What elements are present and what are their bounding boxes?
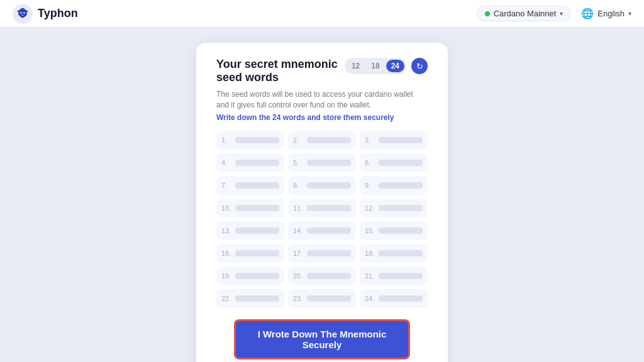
seed-word-placeholder (307, 160, 351, 166)
seed-word-placeholder (235, 182, 279, 189)
seed-word-placeholder (379, 160, 423, 166)
seed-word-item: 10. (216, 199, 284, 217)
seed-word-placeholder (235, 228, 279, 234)
seed-word-placeholder (379, 182, 423, 189)
seed-word-item: 24. (360, 289, 428, 308)
card-header: Your secret mnemonic seed words 12 18 24… (216, 58, 428, 84)
seed-word-item: 5. (288, 153, 356, 172)
seed-word-number: 12. (365, 204, 376, 212)
seed-word-placeholder (307, 228, 351, 234)
seed-word-number: 7. (221, 182, 233, 189)
seed-word-item: 20. (288, 266, 356, 285)
seed-word-placeholder (307, 137, 351, 143)
globe-icon: 🌐 (581, 8, 594, 19)
network-label: Cardano Mainnet (494, 9, 557, 18)
seed-word-item: 2. (288, 131, 356, 150)
seed-word-item: 11. (288, 199, 356, 217)
network-status-dot (485, 11, 490, 16)
card-subtitle: The seed words will be used to access yo… (216, 89, 428, 111)
word-count-24-button[interactable]: 24 (386, 60, 404, 72)
seed-word-number: 4. (221, 159, 233, 167)
seed-word-item: 17. (288, 244, 356, 263)
seed-word-number: 2. (293, 136, 304, 144)
seed-word-item: 4. (216, 153, 284, 172)
seed-word-placeholder (307, 273, 351, 279)
seed-word-number: 8. (293, 182, 304, 189)
app-name: Typhon (38, 7, 78, 20)
seed-word-item: 9. (360, 176, 428, 195)
seed-word-placeholder (307, 250, 351, 256)
seed-word-placeholder (307, 295, 351, 302)
seed-word-placeholder (235, 205, 279, 211)
network-selector[interactable]: Cardano Mainnet ▾ (477, 6, 572, 21)
seed-word-placeholder (379, 137, 423, 143)
seed-word-placeholder (307, 182, 351, 189)
seed-word-placeholder (379, 205, 423, 211)
seed-word-number: 16. (221, 250, 233, 257)
language-label: English (597, 9, 625, 18)
main-content: Your secret mnemonic seed words 12 18 24… (0, 28, 644, 362)
seed-word-placeholder (235, 160, 279, 166)
seed-word-number: 23. (293, 295, 304, 302)
typhon-logo-icon (13, 4, 33, 24)
seed-word-item: 13. (216, 221, 284, 240)
word-count-controls: 12 18 24 ↻ (345, 58, 428, 74)
seed-word-placeholder (379, 228, 423, 234)
seed-word-number: 24. (365, 295, 376, 302)
seed-word-number: 6. (365, 159, 376, 167)
seed-word-item: 16. (216, 244, 284, 263)
cta-wrapper: I Wrote Down The Mnemonic Securely (216, 319, 428, 359)
seed-words-grid: 1.2.3.4.5.6.7.8.9.10.11.12.13.14.15.16.1… (216, 131, 428, 308)
seed-word-item: 7. (216, 176, 284, 195)
refresh-mnemonic-button[interactable]: ↻ (411, 58, 428, 74)
seed-word-number: 21. (365, 272, 376, 280)
seed-word-item: 19. (216, 266, 284, 285)
seed-word-placeholder (379, 295, 423, 302)
language-selector[interactable]: 🌐 English ▾ (581, 8, 631, 19)
seed-word-item: 23. (288, 289, 356, 308)
language-chevron-icon: ▾ (628, 10, 631, 17)
seed-word-number: 9. (365, 182, 376, 189)
seed-word-number: 3. (365, 136, 376, 144)
word-count-18-button[interactable]: 18 (366, 60, 384, 72)
word-count-selector: 12 18 24 (345, 58, 406, 74)
card-warning: Write down the 24 words and store them s… (216, 113, 428, 122)
seed-word-number: 13. (221, 227, 233, 234)
svg-point-1 (20, 12, 21, 13)
seed-word-item: 15. (360, 221, 428, 240)
seed-word-item: 14. (288, 221, 356, 240)
seed-word-placeholder (379, 250, 423, 256)
wrote-down-mnemonic-button[interactable]: I Wrote Down The Mnemonic Securely (234, 319, 410, 359)
seed-word-placeholder (307, 205, 351, 211)
seed-word-item: 1. (216, 131, 284, 150)
seed-word-number: 11. (293, 204, 304, 212)
seed-word-number: 20. (293, 272, 304, 280)
logo-area: Typhon (13, 4, 78, 24)
seed-word-number: 5. (293, 159, 304, 167)
seed-word-item: 6. (360, 153, 428, 172)
network-chevron-icon: ▾ (560, 10, 563, 17)
word-count-12-button[interactable]: 12 (347, 60, 365, 72)
seed-word-item: 12. (360, 199, 428, 217)
seed-word-item: 3. (360, 131, 428, 150)
seed-word-number: 14. (293, 227, 304, 234)
header: Typhon Cardano Mainnet ▾ 🌐 English ▾ (0, 0, 644, 28)
seed-word-number: 22. (221, 295, 233, 302)
seed-words-card: Your secret mnemonic seed words 12 18 24… (196, 43, 448, 362)
card-title: Your secret mnemonic seed words (216, 58, 345, 84)
seed-word-number: 15. (365, 227, 376, 234)
seed-word-placeholder (379, 273, 423, 279)
seed-word-placeholder (235, 295, 279, 302)
seed-word-number: 1. (221, 136, 233, 144)
svg-point-2 (23, 12, 25, 13)
seed-word-item: 8. (288, 176, 356, 195)
seed-word-number: 18. (365, 250, 376, 257)
seed-word-number: 17. (293, 250, 304, 257)
seed-word-item: 21. (360, 266, 428, 285)
seed-word-item: 22. (216, 289, 284, 308)
seed-word-placeholder (235, 250, 279, 256)
header-right: Cardano Mainnet ▾ 🌐 English ▾ (477, 6, 631, 21)
seed-word-number: 10. (221, 204, 233, 212)
seed-word-placeholder (235, 137, 279, 143)
seed-word-placeholder (235, 273, 279, 279)
